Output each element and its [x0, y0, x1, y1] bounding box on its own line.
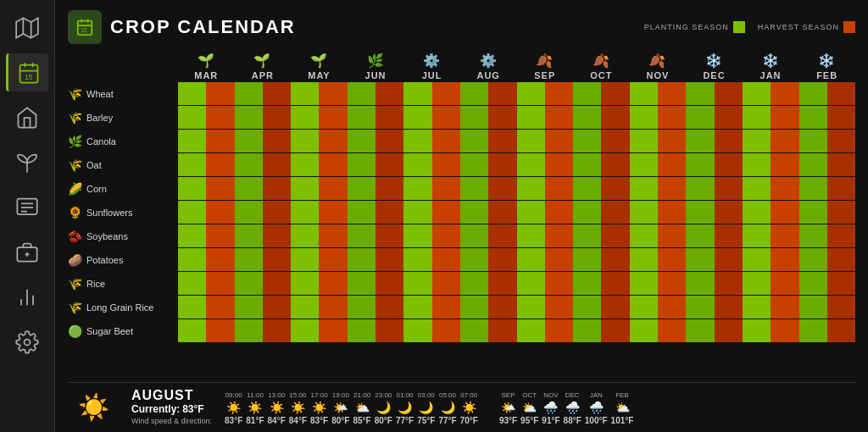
bar-segment: [348, 130, 376, 152]
month-col-dec: ❄️DEC: [686, 53, 743, 80]
bar-segment: [432, 272, 460, 295]
crop-name: Canola: [86, 136, 116, 147]
bar-segment: [235, 177, 263, 200]
bar-segment: [235, 201, 263, 224]
hour-label: 05:00: [439, 391, 456, 399]
bar-segment: [827, 201, 855, 224]
crop-label: 🌾Rice: [68, 277, 178, 291]
bar-segment: [403, 177, 431, 200]
month-item-icon: 🌧️: [543, 401, 558, 414]
hour-temp: 77°F: [438, 416, 456, 425]
month-label: DEC: [703, 70, 725, 80]
bar-segment: [291, 130, 319, 152]
bar-segment: [460, 177, 488, 200]
bar-segment: [376, 82, 403, 105]
hour-icon: 🌤️: [333, 401, 348, 414]
bar-segment: [743, 82, 771, 105]
month-col-nov: 🍂NOV: [630, 53, 687, 80]
bar-segment: [403, 319, 431, 342]
hour-icon: ☀️: [270, 401, 284, 414]
crop-row: 🌽Corn: [68, 177, 855, 200]
bar-segment: [376, 106, 403, 129]
crop-icon: 🌾: [68, 111, 82, 125]
bar-segment: [686, 224, 714, 247]
bar-segment: [263, 248, 291, 271]
legend-harvest-label: HARVEST SEASON: [758, 23, 839, 31]
bar-segment: [630, 106, 658, 129]
crop-icon: 🌾: [68, 301, 82, 314]
bar-segment: [206, 319, 234, 342]
bar-segment: [743, 177, 771, 200]
crop-label: 🌾Barley: [68, 111, 178, 125]
crop-bars: [178, 153, 855, 176]
bar-segment: [630, 201, 658, 224]
hour-icon: ☀️: [312, 401, 326, 414]
month-icon: 🍂: [516, 53, 573, 69]
crop-rows: 🌾Wheat🌾Barley🌿Canola🌾Oat🌽Corn🌻Sunflowers…: [68, 82, 855, 342]
bar-segment: [715, 319, 743, 342]
month-label: MAY: [308, 70, 330, 80]
sidebar-item-settings[interactable]: [6, 323, 48, 361]
crop-bars: [178, 106, 855, 129]
bar-segment: [460, 248, 488, 271]
bar-segment: [573, 130, 601, 152]
sidebar-item-map[interactable]: [6, 8, 48, 47]
bar-segment: [601, 177, 629, 200]
sidebar-item-orders[interactable]: [6, 188, 48, 226]
header: 15 CROP CALENDAR PLANTING SEASON HARVEST…: [68, 10, 855, 44]
hour-label: 03:00: [418, 391, 435, 399]
bar-segment: [235, 272, 263, 295]
crop-name: Rice: [86, 279, 105, 289]
bar-segment: [771, 272, 798, 295]
bar-segment: [799, 248, 827, 271]
bar-segment: [545, 177, 573, 200]
month-icon: ❄️: [686, 53, 743, 69]
hour-label: 23:00: [375, 391, 392, 399]
bar-segment: [263, 319, 291, 342]
bar-segment: [517, 177, 545, 200]
bar-segment: [319, 272, 347, 295]
month-item-temp: 100°F: [585, 416, 608, 425]
bar-segment: [206, 248, 234, 271]
crop-label: 🌾Long Grain Rice: [68, 301, 178, 314]
crop-row: 🌾Long Grain Rice: [68, 296, 855, 318]
bar-segment: [573, 248, 601, 271]
bar-segment: [658, 272, 686, 295]
crop-bars: [178, 296, 855, 318]
bar-segment: [743, 248, 771, 271]
bar-segment: [206, 130, 234, 152]
bar-segment: [545, 224, 573, 247]
month-col-jan: ❄️JAN: [743, 53, 799, 80]
sidebar-item-farm[interactable]: [6, 98, 48, 136]
sidebar-item-crops[interactable]: [6, 143, 48, 181]
sidebar-item-analytics[interactable]: [6, 278, 48, 316]
month-icon: 🍂: [630, 53, 687, 69]
month-item-icon: 🌧️: [589, 401, 604, 414]
bar-segment: [545, 106, 573, 129]
bar-segment: [715, 224, 743, 247]
crop-row: 🫘Soybeans: [68, 224, 855, 247]
bar-segment: [291, 177, 319, 200]
crop-row: 🌿Canola: [68, 130, 855, 152]
bar-segment: [715, 201, 743, 224]
sidebar-item-calendar[interactable]: 15: [6, 53, 48, 91]
bar-segment: [743, 319, 771, 342]
hour-icon: ☀️: [248, 401, 262, 414]
bar-segment: [517, 296, 545, 318]
crop-icon: 🥔: [68, 253, 82, 267]
crop-icon: 🟢: [68, 324, 82, 338]
bar-segment: [715, 106, 743, 129]
month-item-label: FEB: [615, 391, 629, 399]
weather-currently-temp: 83°F: [182, 403, 203, 415]
bar-segment: [206, 177, 234, 200]
bar-segment: [601, 130, 629, 152]
bar-segment: [658, 224, 686, 247]
sidebar-item-inventory[interactable]: [6, 233, 48, 271]
bar-segment: [488, 296, 516, 318]
bar-segment: [573, 296, 601, 318]
legend: PLANTING SEASON HARVEST SEASON: [644, 21, 855, 33]
bar-segment: [178, 319, 206, 342]
bar-segment: [376, 201, 403, 224]
bar-segment: [715, 130, 743, 152]
bar-segment: [517, 201, 545, 224]
